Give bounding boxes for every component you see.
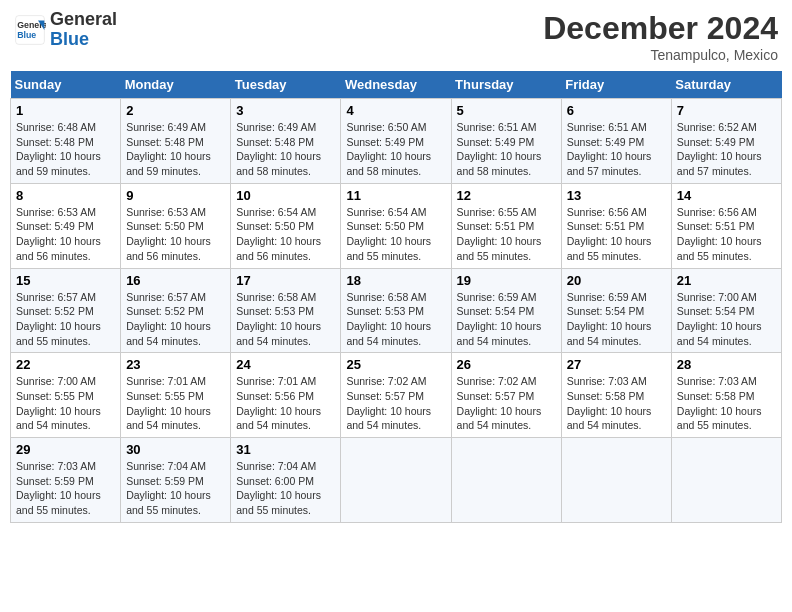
day-number: 6: [567, 103, 666, 118]
calendar-day-cell: [451, 438, 561, 523]
day-info: Sunrise: 6:54 AMSunset: 5:50 PMDaylight:…: [346, 206, 431, 262]
calendar-week-row: 22 Sunrise: 7:00 AMSunset: 5:55 PMDaylig…: [11, 353, 782, 438]
day-info: Sunrise: 6:59 AMSunset: 5:54 PMDaylight:…: [457, 291, 542, 347]
day-info: Sunrise: 7:01 AMSunset: 5:56 PMDaylight:…: [236, 375, 321, 431]
day-info: Sunrise: 6:51 AMSunset: 5:49 PMDaylight:…: [567, 121, 652, 177]
calendar-day-cell: 16 Sunrise: 6:57 AMSunset: 5:52 PMDaylig…: [121, 268, 231, 353]
day-number: 12: [457, 188, 556, 203]
calendar-day-cell: [561, 438, 671, 523]
calendar-week-row: 15 Sunrise: 6:57 AMSunset: 5:52 PMDaylig…: [11, 268, 782, 353]
day-number: 21: [677, 273, 776, 288]
day-number: 24: [236, 357, 335, 372]
calendar-day-cell: 27 Sunrise: 7:03 AMSunset: 5:58 PMDaylig…: [561, 353, 671, 438]
day-info: Sunrise: 6:55 AMSunset: 5:51 PMDaylight:…: [457, 206, 542, 262]
day-number: 5: [457, 103, 556, 118]
calendar-week-row: 29 Sunrise: 7:03 AMSunset: 5:59 PMDaylig…: [11, 438, 782, 523]
day-number: 15: [16, 273, 115, 288]
calendar-day-cell: 28 Sunrise: 7:03 AMSunset: 5:58 PMDaylig…: [671, 353, 781, 438]
day-info: Sunrise: 7:00 AMSunset: 5:55 PMDaylight:…: [16, 375, 101, 431]
day-number: 3: [236, 103, 335, 118]
calendar-day-cell: 31 Sunrise: 7:04 AMSunset: 6:00 PMDaylig…: [231, 438, 341, 523]
day-info: Sunrise: 7:00 AMSunset: 5:54 PMDaylight:…: [677, 291, 762, 347]
day-info: Sunrise: 6:57 AMSunset: 5:52 PMDaylight:…: [16, 291, 101, 347]
day-number: 16: [126, 273, 225, 288]
col-saturday: Saturday: [671, 71, 781, 99]
day-info: Sunrise: 7:02 AMSunset: 5:57 PMDaylight:…: [346, 375, 431, 431]
calendar-day-cell: 23 Sunrise: 7:01 AMSunset: 5:55 PMDaylig…: [121, 353, 231, 438]
calendar-day-cell: 14 Sunrise: 6:56 AMSunset: 5:51 PMDaylig…: [671, 183, 781, 268]
day-info: Sunrise: 6:52 AMSunset: 5:49 PMDaylight:…: [677, 121, 762, 177]
day-number: 30: [126, 442, 225, 457]
calendar-day-cell: 21 Sunrise: 7:00 AMSunset: 5:54 PMDaylig…: [671, 268, 781, 353]
calendar-day-cell: 26 Sunrise: 7:02 AMSunset: 5:57 PMDaylig…: [451, 353, 561, 438]
day-number: 13: [567, 188, 666, 203]
day-number: 25: [346, 357, 445, 372]
day-info: Sunrise: 7:03 AMSunset: 5:58 PMDaylight:…: [567, 375, 652, 431]
day-info: Sunrise: 6:58 AMSunset: 5:53 PMDaylight:…: [236, 291, 321, 347]
day-info: Sunrise: 6:53 AMSunset: 5:50 PMDaylight:…: [126, 206, 211, 262]
calendar-day-cell: 6 Sunrise: 6:51 AMSunset: 5:49 PMDayligh…: [561, 99, 671, 184]
day-info: Sunrise: 6:51 AMSunset: 5:49 PMDaylight:…: [457, 121, 542, 177]
calendar-day-cell: 1 Sunrise: 6:48 AMSunset: 5:48 PMDayligh…: [11, 99, 121, 184]
day-number: 8: [16, 188, 115, 203]
calendar-day-cell: 20 Sunrise: 6:59 AMSunset: 5:54 PMDaylig…: [561, 268, 671, 353]
logo-text-line1: General: [50, 10, 117, 30]
calendar-day-cell: 17 Sunrise: 6:58 AMSunset: 5:53 PMDaylig…: [231, 268, 341, 353]
logo-text-line2: Blue: [50, 30, 117, 50]
day-number: 2: [126, 103, 225, 118]
day-number: 23: [126, 357, 225, 372]
location-title: Tenampulco, Mexico: [543, 47, 778, 63]
day-info: Sunrise: 7:04 AMSunset: 5:59 PMDaylight:…: [126, 460, 211, 516]
calendar-day-cell: 13 Sunrise: 6:56 AMSunset: 5:51 PMDaylig…: [561, 183, 671, 268]
col-sunday: Sunday: [11, 71, 121, 99]
day-info: Sunrise: 6:56 AMSunset: 5:51 PMDaylight:…: [677, 206, 762, 262]
header-row: Sunday Monday Tuesday Wednesday Thursday…: [11, 71, 782, 99]
day-number: 31: [236, 442, 335, 457]
day-info: Sunrise: 6:50 AMSunset: 5:49 PMDaylight:…: [346, 121, 431, 177]
calendar-day-cell: 5 Sunrise: 6:51 AMSunset: 5:49 PMDayligh…: [451, 99, 561, 184]
calendar-day-cell: 29 Sunrise: 7:03 AMSunset: 5:59 PMDaylig…: [11, 438, 121, 523]
calendar-day-cell: 9 Sunrise: 6:53 AMSunset: 5:50 PMDayligh…: [121, 183, 231, 268]
day-info: Sunrise: 6:49 AMSunset: 5:48 PMDaylight:…: [236, 121, 321, 177]
day-number: 18: [346, 273, 445, 288]
day-number: 28: [677, 357, 776, 372]
day-number: 10: [236, 188, 335, 203]
day-number: 14: [677, 188, 776, 203]
calendar-day-cell: 10 Sunrise: 6:54 AMSunset: 5:50 PMDaylig…: [231, 183, 341, 268]
day-info: Sunrise: 6:48 AMSunset: 5:48 PMDaylight:…: [16, 121, 101, 177]
day-info: Sunrise: 6:57 AMSunset: 5:52 PMDaylight:…: [126, 291, 211, 347]
day-info: Sunrise: 7:03 AMSunset: 5:58 PMDaylight:…: [677, 375, 762, 431]
calendar-day-cell: 24 Sunrise: 7:01 AMSunset: 5:56 PMDaylig…: [231, 353, 341, 438]
calendar-day-cell: 7 Sunrise: 6:52 AMSunset: 5:49 PMDayligh…: [671, 99, 781, 184]
calendar-day-cell: 25 Sunrise: 7:02 AMSunset: 5:57 PMDaylig…: [341, 353, 451, 438]
logo-icon: General Blue: [14, 14, 46, 46]
calendar-day-cell: 30 Sunrise: 7:04 AMSunset: 5:59 PMDaylig…: [121, 438, 231, 523]
day-number: 20: [567, 273, 666, 288]
day-info: Sunrise: 6:49 AMSunset: 5:48 PMDaylight:…: [126, 121, 211, 177]
calendar-day-cell: [671, 438, 781, 523]
col-tuesday: Tuesday: [231, 71, 341, 99]
col-thursday: Thursday: [451, 71, 561, 99]
day-number: 1: [16, 103, 115, 118]
calendar-week-row: 1 Sunrise: 6:48 AMSunset: 5:48 PMDayligh…: [11, 99, 782, 184]
calendar-day-cell: 12 Sunrise: 6:55 AMSunset: 5:51 PMDaylig…: [451, 183, 561, 268]
day-number: 22: [16, 357, 115, 372]
col-monday: Monday: [121, 71, 231, 99]
day-number: 29: [16, 442, 115, 457]
calendar-day-cell: 8 Sunrise: 6:53 AMSunset: 5:49 PMDayligh…: [11, 183, 121, 268]
day-info: Sunrise: 6:53 AMSunset: 5:49 PMDaylight:…: [16, 206, 101, 262]
day-number: 26: [457, 357, 556, 372]
day-number: 27: [567, 357, 666, 372]
calendar-day-cell: 11 Sunrise: 6:54 AMSunset: 5:50 PMDaylig…: [341, 183, 451, 268]
day-number: 19: [457, 273, 556, 288]
day-info: Sunrise: 7:03 AMSunset: 5:59 PMDaylight:…: [16, 460, 101, 516]
calendar-day-cell: 18 Sunrise: 6:58 AMSunset: 5:53 PMDaylig…: [341, 268, 451, 353]
logo: General Blue General Blue: [14, 10, 117, 50]
calendar-day-cell: 15 Sunrise: 6:57 AMSunset: 5:52 PMDaylig…: [11, 268, 121, 353]
col-friday: Friday: [561, 71, 671, 99]
day-info: Sunrise: 6:59 AMSunset: 5:54 PMDaylight:…: [567, 291, 652, 347]
day-info: Sunrise: 7:04 AMSunset: 6:00 PMDaylight:…: [236, 460, 321, 516]
calendar-table: Sunday Monday Tuesday Wednesday Thursday…: [10, 71, 782, 523]
day-info: Sunrise: 7:01 AMSunset: 5:55 PMDaylight:…: [126, 375, 211, 431]
day-info: Sunrise: 6:58 AMSunset: 5:53 PMDaylight:…: [346, 291, 431, 347]
